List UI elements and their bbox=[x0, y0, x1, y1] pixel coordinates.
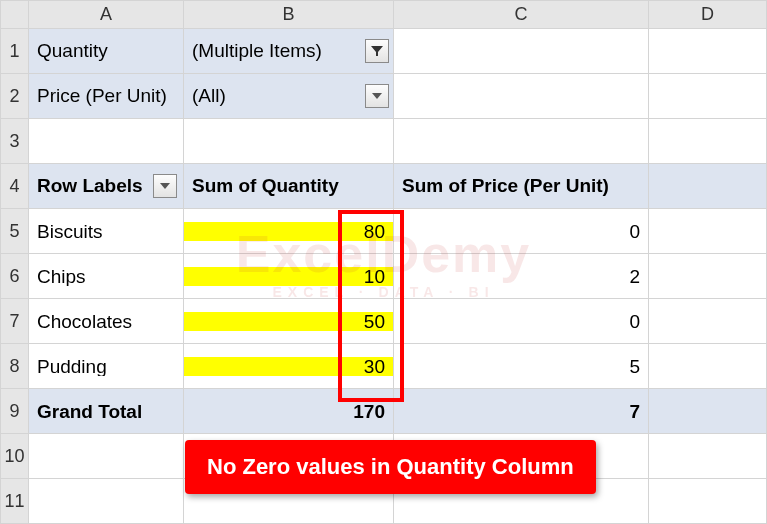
filter-value-quantity[interactable]: (Multiple Items) bbox=[184, 39, 393, 63]
row-header-7[interactable]: 7 bbox=[1, 299, 29, 344]
col-header-C[interactable]: C bbox=[394, 1, 649, 29]
row-header-9[interactable]: 9 bbox=[1, 389, 29, 434]
cell-price[interactable]: 5 bbox=[394, 357, 648, 376]
filter-value-text: (All) bbox=[192, 85, 226, 107]
cell-name[interactable]: Pudding bbox=[29, 357, 183, 376]
cell-price[interactable]: 2 bbox=[394, 267, 648, 286]
table-row: 7 Chocolates 50 0 bbox=[1, 299, 767, 344]
cell-qty[interactable]: 30 bbox=[184, 357, 393, 376]
cell-qty[interactable]: 50 bbox=[184, 312, 393, 331]
row-header-6[interactable]: 6 bbox=[1, 254, 29, 299]
row-header-11[interactable]: 11 bbox=[1, 479, 29, 524]
col-header-D[interactable]: D bbox=[649, 1, 767, 29]
filter-value-text: (Multiple Items) bbox=[192, 40, 322, 62]
row-header-1[interactable]: 1 bbox=[1, 29, 29, 74]
select-all-corner[interactable] bbox=[1, 1, 29, 29]
cell-name[interactable]: Chocolates bbox=[29, 312, 183, 331]
grand-total-price[interactable]: 7 bbox=[394, 402, 648, 421]
col-header-A[interactable]: A bbox=[29, 1, 184, 29]
svg-marker-2 bbox=[160, 183, 170, 189]
cell-qty[interactable]: 80 bbox=[184, 222, 393, 241]
row-header-2[interactable]: 2 bbox=[1, 74, 29, 119]
grand-total-label[interactable]: Grand Total bbox=[29, 402, 183, 421]
chevron-down-icon bbox=[160, 183, 170, 189]
row-header-10[interactable]: 10 bbox=[1, 434, 29, 479]
cell-price[interactable]: 0 bbox=[394, 222, 648, 241]
table-row: 8 Pudding 30 5 bbox=[1, 344, 767, 389]
funnel-icon bbox=[370, 45, 384, 57]
pivot-header-rowlabels[interactable]: Row Labels bbox=[29, 174, 183, 198]
grand-total-qty[interactable]: 170 bbox=[184, 402, 393, 421]
table-row: 6 Chips 10 2 bbox=[1, 254, 767, 299]
header-text: Row Labels bbox=[37, 175, 143, 197]
row-header-8[interactable]: 8 bbox=[1, 344, 29, 389]
cell-price[interactable]: 0 bbox=[394, 312, 648, 331]
row-header-3[interactable]: 3 bbox=[1, 119, 29, 164]
cell-name[interactable]: Chips bbox=[29, 267, 183, 286]
row-header-5[interactable]: 5 bbox=[1, 209, 29, 254]
filter-dropdown-price[interactable] bbox=[365, 84, 389, 108]
cell-qty[interactable]: 10 bbox=[184, 267, 393, 286]
pivot-header-qty: Sum of Quantity bbox=[184, 175, 393, 197]
svg-marker-1 bbox=[372, 93, 382, 99]
row-header-4[interactable]: 4 bbox=[1, 164, 29, 209]
cell-name[interactable]: Biscuits bbox=[29, 222, 183, 241]
rowlabels-dropdown[interactable] bbox=[153, 174, 177, 198]
spreadsheet-viewport: A B C D 1 Quantity (Multiple Items) bbox=[0, 0, 767, 524]
table-row: 5 Biscuits 80 0 bbox=[1, 209, 767, 254]
callout-annotation: No Zero values in Quantity Column bbox=[185, 440, 596, 494]
pivot-header-price: Sum of Price (Per Unit) bbox=[394, 175, 648, 197]
col-header-B[interactable]: B bbox=[184, 1, 394, 29]
chevron-down-icon bbox=[372, 93, 382, 99]
svg-marker-0 bbox=[371, 46, 383, 56]
filter-value-price[interactable]: (All) bbox=[184, 84, 393, 108]
filter-field-price[interactable]: Price (Per Unit) bbox=[29, 85, 183, 107]
filter-dropdown-quantity[interactable] bbox=[365, 39, 389, 63]
filter-field-quantity[interactable]: Quantity bbox=[29, 40, 183, 62]
